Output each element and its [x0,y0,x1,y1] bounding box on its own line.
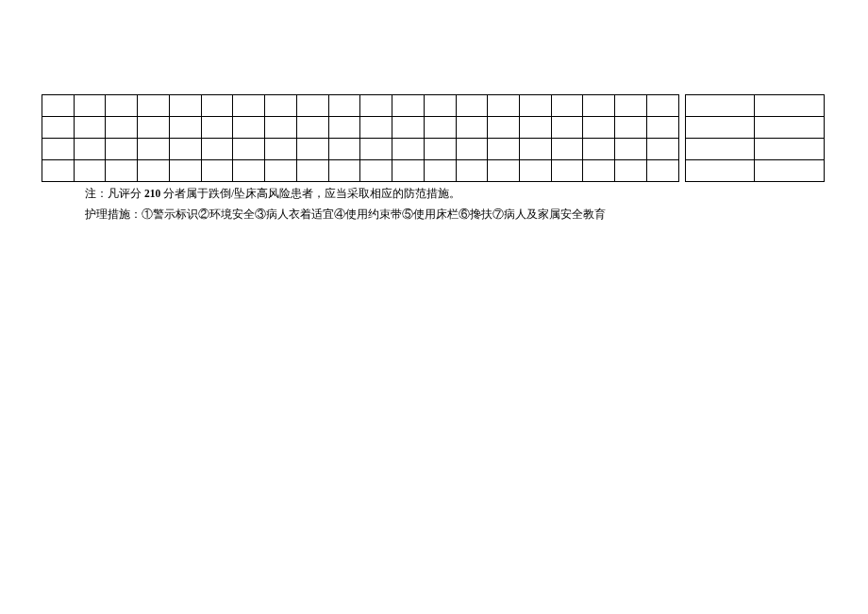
table-cell [74,160,106,182]
table-cell [328,160,360,182]
table-cell [551,95,583,117]
table-cell [615,160,647,182]
table-cell [646,139,678,160]
table-cell [42,117,75,139]
note1-suffix: 分者属于跌倒/坠床高风险患者，应当采取相应的防范措施。 [160,188,460,199]
footer-notes: 注：凡评分 210 分者属于跌倒/坠床高风险患者，应当采取相应的防范措施。 护理… [85,185,606,225]
table-cell [106,95,138,117]
table-cell-wide [755,117,825,139]
table-cell [488,139,520,160]
table-cell [169,139,201,160]
table-cell [106,139,138,160]
table-cell [169,95,201,117]
table-cell [74,139,106,160]
table-cell [551,160,583,182]
table-cell [138,117,170,139]
table-cell [488,95,520,117]
table-cell [456,160,488,182]
table-cell-wide [755,95,825,117]
table-cell-wide [755,139,825,160]
table-cell [233,95,265,117]
table-cell [328,95,360,117]
table-cell [42,95,75,117]
table-cell [169,160,201,182]
table-cell [106,160,138,182]
table-cell [646,160,678,182]
table-cell [551,117,583,139]
table-cell [265,117,297,139]
table-cell [424,117,456,139]
table-cell [42,139,75,160]
table-cell [42,160,75,182]
table-cell-wide [685,95,755,117]
note-line-1: 注：凡评分 210 分者属于跌倒/坠床高风险患者，应当采取相应的防范措施。 [85,185,606,204]
table-cell [360,160,392,182]
table-cell [615,117,647,139]
table-row [42,117,825,139]
table-cell [201,117,233,139]
table-cell [456,117,488,139]
table-cell [360,139,392,160]
note1-prefix: 注：凡评分 [85,188,144,199]
table-cell [265,139,297,160]
table-cell [265,160,297,182]
table-cell [520,139,552,160]
table-cell [233,117,265,139]
table-cell [424,139,456,160]
table-cell [392,95,425,117]
table-cell [488,117,520,139]
table-cell [392,139,425,160]
table-cell [646,117,678,139]
table-row [42,139,825,160]
table-cell [360,95,392,117]
table-cell [296,160,328,182]
table-cell [520,95,552,117]
table-cell [296,139,328,160]
table-cell [360,117,392,139]
note-line-2: 护理措施：①警示标识②环境安全③病人衣着适宜④使用约束带⑤使用床栏⑥搀扶⑦病人及… [85,206,606,224]
table-cell [488,160,520,182]
table-gap [678,95,685,117]
table-cell [169,117,201,139]
table-cell [138,160,170,182]
table-cell-wide [755,160,825,182]
table-gap [678,117,685,139]
table-cell [583,117,615,139]
table-cell [392,160,425,182]
note1-score: 210 [144,188,160,199]
table-cell [456,95,488,117]
table-cell-wide [685,160,755,182]
table-cell [392,117,425,139]
empty-grid-table [42,94,825,182]
table-cell [646,95,678,117]
table-cell [265,95,297,117]
table-cell [233,139,265,160]
table-cell [424,160,456,182]
table-row [42,160,825,182]
data-table [42,94,825,182]
table-cell [615,139,647,160]
table-cell [551,139,583,160]
table-cell [138,95,170,117]
table-cell [424,95,456,117]
table-cell-wide [685,139,755,160]
table-cell [328,117,360,139]
table-cell [201,95,233,117]
table-cell [456,139,488,160]
table-cell [201,139,233,160]
table-cell [328,139,360,160]
table-cell [74,117,106,139]
table-gap [678,139,685,160]
table-row [42,95,825,117]
table-cell [106,117,138,139]
table-cell [233,160,265,182]
table-cell [74,95,106,117]
table-cell [296,117,328,139]
table-cell [583,95,615,117]
table-cell [138,139,170,160]
table-cell [296,95,328,117]
table-cell [520,117,552,139]
table-cell [615,95,647,117]
table-cell [583,160,615,182]
table-cell [583,139,615,160]
